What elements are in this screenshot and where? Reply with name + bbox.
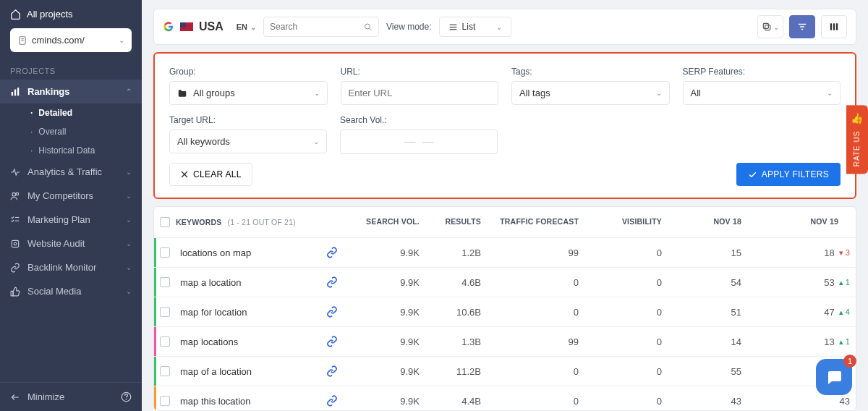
header-results[interactable]: RESULTS	[425, 207, 487, 237]
cell-visibility: 0	[584, 327, 668, 356]
row-checkbox[interactable]	[160, 396, 170, 406]
cell-visibility: 0	[584, 238, 668, 267]
nav-label: Analytics & Traffic	[27, 166, 102, 177]
cell-traffic-forecast: 99	[487, 238, 584, 267]
cell-visibility: 0	[584, 386, 668, 411]
search-box[interactable]	[263, 17, 379, 37]
nav-marketing[interactable]: Marketing Plan ⌄	[0, 208, 142, 232]
header-search-vol[interactable]: SEARCH VOL.	[349, 207, 425, 237]
all-projects-link[interactable]: All projects	[10, 9, 132, 20]
apply-filters-button[interactable]: APPLY FILTERS	[736, 163, 841, 186]
chevron-down-icon: ⌄	[126, 263, 132, 271]
row-checkbox[interactable]	[160, 366, 170, 376]
nav-rankings[interactable]: Rankings ⌃	[0, 80, 142, 103]
svg-rect-27	[830, 23, 832, 30]
row-checkbox[interactable]	[160, 336, 170, 347]
language-selector[interactable]: EN ⌄	[237, 22, 256, 31]
serp-label: SERP Features:	[683, 67, 841, 77]
bar-chart-icon	[10, 87, 20, 97]
link-icon[interactable]	[326, 365, 338, 377]
columns-button[interactable]	[821, 15, 847, 38]
project-selector[interactable]: cminds.com/ ⌄	[10, 28, 132, 52]
keyword-name: locations on map	[180, 247, 251, 258]
sidebar: All projects cminds.com/ ⌄ PROJECTS Rank…	[0, 0, 142, 411]
filter-icon	[797, 22, 807, 32]
cell-search-vol: 9.9K	[349, 238, 425, 267]
chat-button[interactable]: 1	[816, 359, 852, 395]
row-checkbox[interactable]	[160, 247, 170, 258]
users-icon	[10, 191, 20, 201]
cell-date2: 18▾ 3	[747, 238, 856, 267]
header-date2[interactable]: NOV 19	[747, 207, 856, 237]
pulse-icon	[10, 167, 20, 177]
svg-rect-23	[763, 23, 768, 28]
nav-backlink[interactable]: Backlink Monitor ⌄	[0, 255, 142, 279]
chat-icon	[825, 368, 843, 386]
country-selector[interactable]: USA EN ⌄	[163, 20, 256, 33]
link-icon[interactable]	[326, 306, 338, 318]
table-row[interactable]: map locations9.9K1.3B9901413▴ 1	[154, 327, 856, 357]
select-all-checkbox[interactable]	[160, 217, 170, 227]
table-row[interactable]: map this location9.9K4.4B004343	[154, 386, 856, 411]
svg-point-6	[12, 192, 16, 196]
chevron-down-icon: ⌄	[126, 216, 132, 224]
url-input[interactable]	[349, 88, 491, 98]
keyword-name: map locations	[180, 336, 238, 347]
svg-point-17	[365, 24, 370, 29]
serp-select[interactable]: All ⌄	[683, 81, 841, 105]
svg-point-11	[14, 242, 17, 245]
nav-competitors[interactable]: My Competitors ⌄	[0, 184, 142, 208]
header-traffic-forecast[interactable]: TRAFFIC FORECAST	[487, 207, 584, 237]
nav-sub-overall[interactable]: Overall	[0, 122, 142, 141]
filter-toggle-button[interactable]	[789, 15, 815, 38]
link-icon[interactable]	[326, 395, 338, 407]
target-url-select[interactable]: All keywords ⌄	[169, 130, 327, 153]
url-input-wrap[interactable]	[341, 81, 499, 105]
country-label: USA	[199, 20, 224, 33]
target-url-label: Target URL:	[169, 115, 327, 125]
svg-rect-12	[11, 291, 13, 295]
nav-sub-historical[interactable]: Historical Data	[0, 141, 142, 160]
nav-sub-detailed[interactable]: Detailed	[0, 103, 142, 122]
table-row[interactable]: map a location9.9K4.6B005453▴ 1	[154, 268, 856, 297]
cell-results: 11.2B	[425, 357, 487, 386]
minimize-button[interactable]: Minimize	[10, 391, 64, 402]
delta-up: ▴ 1	[839, 278, 850, 287]
svg-point-7	[16, 192, 19, 195]
topbar: USA EN ⌄ View mode: List ⌄ ⌄	[153, 9, 856, 45]
copy-button[interactable]: ⌄	[757, 15, 783, 38]
list-icon	[448, 22, 458, 32]
chevron-down-icon: ⌄	[827, 89, 833, 97]
table-row[interactable]: map for location9.9K10.6B005147▴ 4	[154, 297, 856, 327]
cell-search-vol: 9.9K	[349, 386, 425, 411]
cell-visibility: 0	[584, 268, 668, 297]
copy-icon	[762, 22, 772, 32]
rate-us-tab[interactable]: RATE US 👍	[846, 105, 868, 174]
header-visibility[interactable]: VISIBILITY	[584, 207, 668, 237]
link-icon[interactable]	[326, 276, 338, 288]
cell-results: 4.6B	[425, 268, 487, 297]
nav-analytics[interactable]: Analytics & Traffic ⌄	[0, 160, 142, 184]
cell-search-vol: 9.9K	[349, 357, 425, 386]
help-icon[interactable]	[121, 391, 132, 402]
link-icon[interactable]	[326, 247, 338, 258]
header-date1[interactable]: NOV 18	[668, 207, 747, 237]
viewmode-selector[interactable]: List ⌄	[439, 17, 511, 37]
row-checkbox[interactable]	[160, 307, 170, 317]
search-input[interactable]	[270, 22, 364, 32]
tags-select[interactable]: All tags ⌄	[511, 81, 670, 105]
clear-all-button[interactable]: CLEAR ALL	[169, 163, 252, 186]
search-vol-range[interactable]: — —	[340, 130, 498, 154]
all-projects-label: All projects	[27, 9, 73, 20]
table-row[interactable]: locations on map9.9K1.2B9901518▾ 3	[154, 238, 856, 268]
cell-search-vol: 9.9K	[349, 297, 425, 326]
search-icon	[364, 22, 373, 32]
folder-icon	[177, 88, 187, 98]
nav-label: Website Audit	[27, 238, 85, 249]
table-row[interactable]: map of a location9.9K11.2B0055▾ 5	[154, 357, 856, 386]
nav-social[interactable]: Social Media ⌄	[0, 279, 142, 303]
nav-audit[interactable]: Website Audit ⌄	[0, 232, 142, 255]
link-icon[interactable]	[326, 336, 338, 347]
row-checkbox[interactable]	[160, 277, 170, 287]
group-select[interactable]: All groups ⌄	[169, 81, 328, 105]
